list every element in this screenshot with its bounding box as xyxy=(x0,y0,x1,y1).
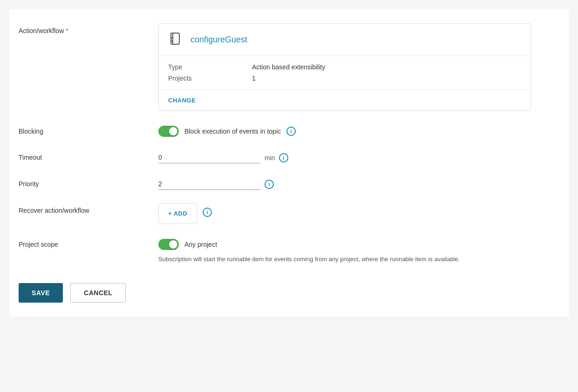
recover-row: Recover action/workflow + ADD i xyxy=(19,203,550,224)
action-workflow-label: Action/workflow* xyxy=(19,23,158,34)
recover-control: + ADD i xyxy=(158,203,550,224)
project-scope-description: Subscription will start the runnable ite… xyxy=(158,255,484,264)
type-value: Action based extensibility xyxy=(252,63,325,71)
change-button[interactable]: CHANGE xyxy=(168,97,196,104)
blocking-label: Blocking xyxy=(19,124,158,135)
projects-value: 1 xyxy=(252,74,256,82)
blocking-toggle[interactable] xyxy=(158,126,179,137)
save-button[interactable]: SAVE xyxy=(19,283,63,303)
timeout-row: Timeout min i xyxy=(19,150,550,163)
project-scope-control: Any project Subscription will start the … xyxy=(158,237,550,264)
blocking-description: Block execution of events in topic xyxy=(184,128,281,135)
priority-info-icon[interactable]: i xyxy=(265,180,274,189)
recover-info-icon[interactable]: i xyxy=(203,208,212,217)
type-row: Type Action based extensibility xyxy=(168,63,521,71)
blocking-row: Blocking Block execution of events in to… xyxy=(19,124,550,137)
timeout-input[interactable] xyxy=(158,152,261,163)
recover-label: Recover action/workflow xyxy=(19,203,158,214)
priority-label: Priority xyxy=(19,176,158,188)
projects-label: Projects xyxy=(168,74,252,82)
workflow-icon xyxy=(168,31,185,48)
action-workflow-row: Action/workflow* configureGuest Type Act… xyxy=(19,23,550,111)
recover-add-card: + ADD xyxy=(158,203,197,224)
timeout-label: Timeout xyxy=(19,150,158,161)
workflow-name: configureGuest xyxy=(190,35,247,45)
timeout-info-icon[interactable]: i xyxy=(279,153,288,162)
projects-row: Projects 1 xyxy=(168,74,521,82)
form-container: Action/workflow* configureGuest Type Act… xyxy=(9,9,569,317)
priority-input-row: i xyxy=(158,176,550,190)
toggle-track[interactable] xyxy=(158,126,179,137)
priority-row: Priority i xyxy=(19,176,550,190)
timeout-control: min i xyxy=(158,150,550,163)
project-scope-label: Project scope xyxy=(19,237,158,248)
project-scope-toggle[interactable] xyxy=(158,239,179,250)
blocking-control: Block execution of events in topic i xyxy=(158,124,550,137)
project-scope-toggle-thumb xyxy=(169,240,177,249)
footer-row: SAVE CANCEL xyxy=(19,283,550,303)
recover-wrapper: + ADD i xyxy=(158,203,550,224)
project-scope-toggle-wrapper: Any project xyxy=(158,237,550,250)
project-scope-toggle-track[interactable] xyxy=(158,239,179,250)
cancel-button[interactable]: CANCEL xyxy=(70,283,126,303)
recover-add-button[interactable]: + ADD xyxy=(168,210,187,217)
action-workflow-card-wrapper: configureGuest Type Action based extensi… xyxy=(158,23,550,111)
workflow-actions: CHANGE xyxy=(159,90,530,110)
workflow-meta: Type Action based extensibility Projects… xyxy=(159,56,530,90)
workflow-card-header: configureGuest xyxy=(159,24,530,56)
blocking-toggle-wrapper: Block execution of events in topic i xyxy=(158,124,550,137)
blocking-info-icon[interactable]: i xyxy=(286,127,296,136)
timeout-input-row: min i xyxy=(158,150,550,163)
workflow-card: configureGuest Type Action based extensi… xyxy=(158,23,531,111)
svg-rect-0 xyxy=(171,33,179,44)
priority-control: i xyxy=(158,176,550,190)
project-scope-any-project: Any project xyxy=(184,241,217,248)
type-label: Type xyxy=(168,63,252,71)
project-scope-row: Project scope Any project Subscription w… xyxy=(19,237,550,264)
toggle-thumb xyxy=(169,127,177,135)
priority-input[interactable] xyxy=(158,178,261,190)
timeout-suffix: min xyxy=(265,154,275,162)
